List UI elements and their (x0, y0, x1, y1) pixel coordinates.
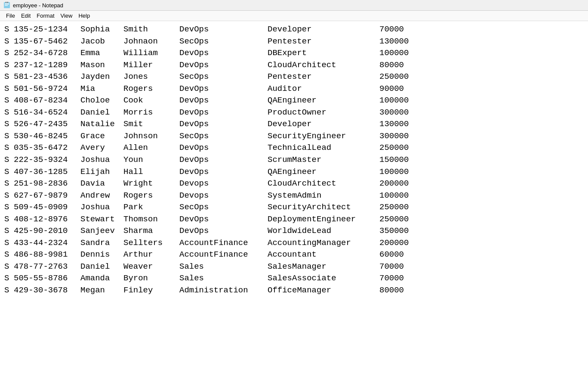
col-role: SystemAdmin (268, 190, 379, 202)
col-sal: 90000 (379, 83, 422, 95)
col-fn: Mia (80, 83, 123, 95)
col-dept: DevOps (179, 59, 268, 71)
col-sal: 150000 (379, 154, 422, 166)
menu-file[interactable]: File (3, 12, 18, 20)
col-ln: Sharma (123, 225, 179, 237)
col-ln: Allen (123, 142, 179, 154)
col-dept: Devops (179, 190, 268, 202)
table-row: S530-46-8245GraceJohnsonSecOpsSecurityEn… (4, 130, 584, 143)
col-sal: 300000 (379, 107, 422, 119)
col-s: S (4, 202, 14, 214)
col-ln: Thomson (123, 214, 179, 226)
col-dept: DevOps (179, 225, 268, 237)
col-s: S (4, 107, 14, 119)
svg-rect-3 (5, 5, 8, 6)
col-dept: DevOps (179, 107, 268, 119)
col-id: 425-90-2010 (14, 225, 80, 237)
col-ln: Cook (123, 95, 179, 107)
col-id: 627-67-9879 (14, 190, 80, 202)
col-ln: Youn (123, 154, 179, 166)
col-ln: Rogers (123, 190, 179, 202)
col-fn: Emma (80, 47, 123, 59)
col-s: S (4, 285, 14, 297)
menu-format[interactable]: Format (34, 12, 57, 20)
col-s: S (4, 118, 14, 130)
col-dept: SecOps (179, 202, 268, 214)
col-fn: Natalie (80, 118, 123, 130)
col-s: S (4, 249, 14, 261)
col-fn: Jayden (80, 71, 123, 83)
col-ln: Smith (123, 24, 179, 36)
col-ln: Johnaon (123, 36, 179, 48)
col-fn: Grace (80, 130, 123, 143)
col-role: SecurityArchitect (268, 202, 379, 214)
col-dept: Sales (179, 261, 268, 273)
menu-edit[interactable]: Edit (18, 12, 33, 20)
col-id: 135-67-5462 (14, 36, 80, 48)
col-ln: Miller (123, 59, 179, 71)
col-id: 252-34-6728 (14, 47, 80, 59)
col-sal: 250000 (379, 142, 422, 154)
col-fn: Amanda (80, 273, 123, 285)
col-role: DBExpert (268, 47, 379, 59)
table-row: S135-67-5462JacobJohnaonSecOpsPentester1… (4, 36, 584, 48)
col-fn: Joshua (80, 154, 123, 166)
notepad-icon (3, 2, 10, 9)
col-ln: Smit (123, 118, 179, 130)
col-role: SalesManager (268, 261, 379, 273)
col-dept: DevOps (179, 154, 268, 166)
col-sal: 80000 (379, 285, 422, 297)
col-fn: Sanjeev (80, 225, 123, 237)
content-area: S135-25-1234SophiaSmithDevOpsDeveloper70… (0, 21, 588, 299)
col-dept: DevOps (179, 95, 268, 107)
col-ln: Rogers (123, 83, 179, 95)
col-id: 501-56-9724 (14, 83, 80, 95)
menu-view[interactable]: View (58, 12, 75, 20)
col-role: SalesAssociate (268, 273, 379, 285)
col-ln: Hall (123, 166, 179, 178)
col-role: Pentester (268, 36, 379, 48)
col-ln: Wright (123, 178, 179, 190)
svg-rect-2 (5, 4, 9, 5)
col-ln: Johnson (123, 130, 179, 143)
col-s: S (4, 261, 14, 273)
col-id: 408-12-8976 (14, 214, 80, 226)
col-role: QAEngineer (268, 95, 379, 107)
table-row: S581-23-4536JaydenJonesSecOpsPentester25… (4, 71, 584, 83)
col-s: S (4, 166, 14, 178)
col-sal: 100000 (379, 95, 422, 107)
col-dept: Devops (179, 178, 268, 190)
table-row: S509-45-0909JoshuaParkSecOpsSecurityArch… (4, 202, 584, 214)
menu-help[interactable]: Help (76, 12, 92, 20)
col-s: S (4, 24, 14, 36)
col-role: DeploymentEngineer (268, 214, 379, 226)
col-sal: 200000 (379, 237, 422, 249)
col-role: AccountingManager (268, 237, 379, 249)
col-fn: Andrew (80, 190, 123, 202)
table-row: S408-12-8976StewartThomsonDevOpsDeployme… (4, 214, 584, 226)
col-sal: 130000 (379, 36, 422, 48)
col-ln: Jones (123, 71, 179, 83)
col-ln: Park (123, 202, 179, 214)
col-s: S (4, 214, 14, 226)
col-dept: SecOps (179, 71, 268, 83)
col-id: 222-35-9324 (14, 154, 80, 166)
col-id: 135-25-1234 (14, 24, 80, 36)
table-row: S429-30-3678MeganFinleyAdministrationOff… (4, 285, 584, 297)
col-fn: Davia (80, 178, 123, 190)
table-row: S407-36-1285ElijahHallDevOpsQAEngineer10… (4, 166, 584, 178)
col-fn: Sandra (80, 237, 123, 249)
col-sal: 70000 (379, 273, 422, 285)
col-fn: Stewart (80, 214, 123, 226)
col-role: Accountant (268, 249, 379, 261)
col-s: S (4, 130, 14, 143)
col-sal: 100000 (379, 190, 422, 202)
col-sal: 250000 (379, 214, 422, 226)
col-id: 505-55-8786 (14, 273, 80, 285)
col-sal: 350000 (379, 225, 422, 237)
col-sal: 80000 (379, 59, 422, 71)
col-role: TechnicalLead (268, 142, 379, 154)
table-row: S425-90-2010SanjeevSharmaDevOpsWorldwide… (4, 225, 584, 237)
col-fn: Daniel (80, 261, 123, 273)
col-s: S (4, 154, 14, 166)
